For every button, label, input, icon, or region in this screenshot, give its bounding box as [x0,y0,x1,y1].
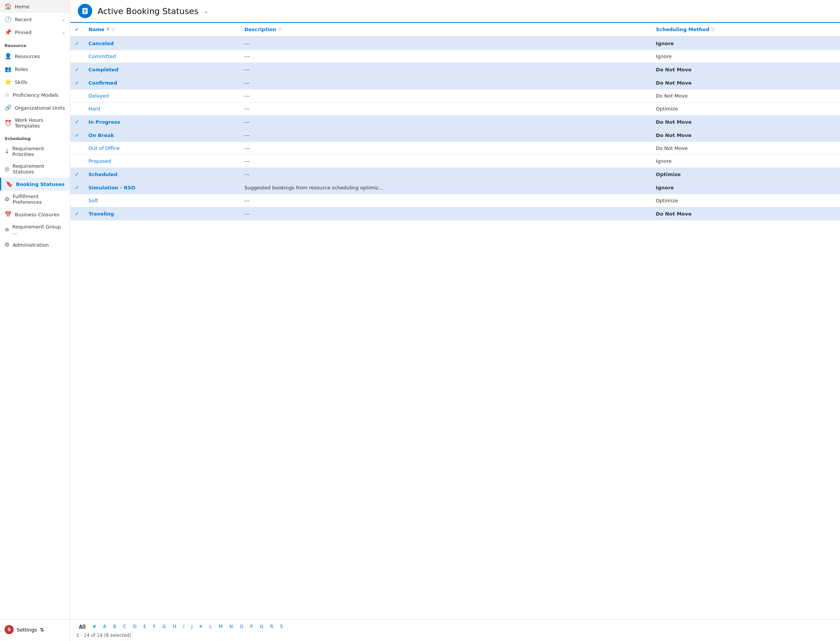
pagination-letter-all[interactable]: All [76,623,89,630]
row-name[interactable]: Delayed [84,90,240,103]
row-description: --- [240,129,651,142]
pagination-letter-i[interactable]: I [181,623,187,630]
table-row[interactable]: Hard --- Optimize [70,103,840,115]
row-checkbox[interactable]: ✓ [70,207,84,221]
table-row[interactable]: ✓ Scheduled --- Optimize [70,168,840,181]
row-name[interactable]: Simulation - RSO [84,181,240,194]
row-name[interactable]: Traveling [84,207,240,221]
row-description: --- [240,207,651,221]
pagination-letter-l[interactable]: L [206,623,214,630]
pagination-letter-r[interactable]: R [268,623,276,630]
row-checkbox[interactable]: ✓ [70,129,84,142]
name-sort-icon: ↑ [106,27,110,32]
table-row[interactable]: Soft --- Optimize [70,194,840,207]
description-column-header[interactable]: Description ▽ [240,23,651,36]
row-checkbox[interactable]: ✓ [70,63,84,76]
name-filter-icon[interactable]: ▽ [111,27,114,32]
row-name[interactable]: Proposed [84,155,240,168]
sidebar-item-label: Requirement Group ... [13,224,65,235]
table-row[interactable]: ✓ Simulation - RSO Suggested bookings fr… [70,181,840,194]
pagination-letter-j[interactable]: J [189,623,195,630]
pagination-letter-f[interactable]: F [150,623,158,630]
table-row[interactable]: ✓ In Progress --- Do Not Move [70,115,840,129]
row-description: --- [240,103,651,115]
sidebar-item-label: Booking Statuses [16,181,64,187]
pagination-letter-c[interactable]: C [120,623,129,630]
table-row[interactable]: Delayed --- Do Not Move [70,90,840,103]
sidebar-item-booking-statuses[interactable]: 🔖 Booking Statuses [0,178,70,190]
sidebar-item-administration[interactable]: ⚙ Administration [0,238,70,251]
sidebar-bottom: S Settings ⇅ [0,619,70,637]
pagination-letter-a[interactable]: A [101,623,109,630]
select-all-checkbox[interactable]: ✓ [70,23,84,36]
row-name[interactable]: Hard [84,103,240,115]
row-name[interactable]: Canceled [84,36,240,50]
sidebar-item-business-closures[interactable]: 📅 Business Closures [0,208,70,221]
header-dropdown-icon[interactable]: ⌄ [204,8,208,14]
row-checkbox[interactable] [70,194,84,207]
table-row[interactable]: ✓ Canceled --- Ignore [70,36,840,50]
row-description: --- [240,76,651,90]
row-scheduling-method: Do Not Move [651,129,840,142]
sidebar-item-fulfillment-preferences[interactable]: ⚙ Fulfillment Preferences [0,190,70,208]
pagination-letter-g[interactable]: G [160,623,169,630]
sidebar-item-label: Requirement Priorities [13,146,65,157]
pagination-letter-s[interactable]: S [277,623,286,630]
pagination-letter-#[interactable]: # [90,623,99,630]
settings-item[interactable]: S Settings ⇅ [0,622,70,637]
sidebar-item-pinned[interactable]: 📌 Pinned ⌄ [0,26,70,39]
table-row[interactable]: ✓ Completed --- Do Not Move [70,63,840,76]
row-checkbox[interactable]: ✓ [70,76,84,90]
row-checkbox[interactable]: ✓ [70,36,84,50]
row-checkbox[interactable]: ✓ [70,168,84,181]
sidebar-item-roles[interactable]: 👥 Roles [0,63,70,76]
scheduling-method-column-header[interactable]: Scheduling Method ▽ [651,23,840,36]
pagination-letter-b[interactable]: B [110,623,119,630]
pagination-letter-h[interactable]: H [170,623,179,630]
scheduling-method-filter-icon[interactable]: ▽ [711,27,714,32]
row-name[interactable]: Confirmed [84,76,240,90]
row-checkbox[interactable] [70,155,84,168]
row-name[interactable]: Committed [84,50,240,63]
pagination-letter-m[interactable]: M [216,623,225,630]
table-row[interactable]: Proposed --- Ignore [70,155,840,168]
table-row[interactable]: ✓ Confirmed --- Do Not Move [70,76,840,90]
pagination-letter-q[interactable]: Q [257,623,266,630]
row-name[interactable]: Completed [84,63,240,76]
row-name[interactable]: Soft [84,194,240,207]
sidebar-item-home[interactable]: 🏠 Home [0,0,70,13]
table-row[interactable]: ✓ On Break --- Do Not Move [70,129,840,142]
sidebar-item-proficiency-models[interactable]: ☆ Proficiency Models [0,89,70,101]
row-checkbox[interactable] [70,103,84,115]
sidebar-item-requirement-statuses[interactable]: ◎ Requirement Statuses [0,160,70,178]
row-name[interactable]: Out of Office [84,142,240,155]
sidebar-item-recent[interactable]: 🕐 Recent ⌄ [0,13,70,26]
sidebar-item-requirement-group[interactable]: ≡ Requirement Group ... [0,221,70,238]
pagination-letter-p[interactable]: P [247,623,255,630]
row-name[interactable]: Scheduled [84,168,240,181]
pagination-letter-e[interactable]: E [141,623,149,630]
row-checkbox[interactable] [70,142,84,155]
row-scheduling-method: Do Not Move [651,76,840,90]
pagination-letter-k[interactable]: K [197,623,205,630]
pagination-letter-o[interactable]: O [237,623,246,630]
pagination-letter-n[interactable]: N [227,623,236,630]
sidebar-item-skills[interactable]: ⭐ Skills [0,76,70,89]
table-row[interactable]: Out of Office --- Do Not Move [70,142,840,155]
row-checkbox[interactable]: ✓ [70,115,84,129]
row-name[interactable]: On Break [84,129,240,142]
name-column-header[interactable]: Name ↑ ▽ [84,23,240,36]
organizational-units-icon: 🔗 [5,105,12,111]
description-filter-icon[interactable]: ▽ [278,27,281,32]
row-checkbox[interactable]: ✓ [70,181,84,194]
pagination-letter-d[interactable]: D [130,623,139,630]
sidebar-item-requirement-priorities[interactable]: ↓ Requirement Priorities [0,143,70,160]
sidebar-item-work-hours-templates[interactable]: ⏰ Work Hours Templates [0,114,70,132]
sidebar-item-organizational-units[interactable]: 🔗 Organizational Units [0,101,70,114]
sidebar-item-resources[interactable]: 👤 Resources [0,50,70,63]
row-name[interactable]: In Progress [84,115,240,129]
row-checkbox[interactable] [70,50,84,63]
table-row[interactable]: Committed --- Ignore [70,50,840,63]
row-checkbox[interactable] [70,90,84,103]
table-row[interactable]: ✓ Traveling --- Do Not Move [70,207,840,221]
